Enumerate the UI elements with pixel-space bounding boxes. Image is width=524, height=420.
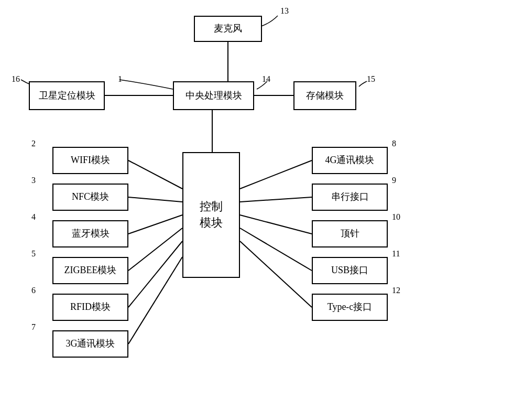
microphone-box: 麦克风 <box>194 16 262 42</box>
microphone-label: 麦克风 <box>214 22 242 35</box>
control-box: 控制 模块 <box>182 152 240 278</box>
number-11: 11 <box>392 249 400 259</box>
svg-line-11 <box>240 197 312 202</box>
number-15: 15 <box>367 74 375 84</box>
g3-box: 3G通讯模块 <box>52 330 128 358</box>
zigbee-box: ZIGBEE模块 <box>52 257 128 284</box>
number-10: 10 <box>392 212 400 222</box>
satellite-label: 卫星定位模块 <box>39 89 95 102</box>
ejector-box: 顶针 <box>312 220 388 247</box>
ejector-label: 顶针 <box>341 227 359 240</box>
serial-label: 串行接口 <box>331 190 369 203</box>
number-1: 1 <box>118 74 122 84</box>
svg-line-12 <box>240 215 312 234</box>
g4-label: 4G通讯模块 <box>325 154 375 167</box>
bluetooth-label: 蓝牙模块 <box>72 227 110 240</box>
nfc-box: NFC模块 <box>52 184 128 211</box>
svg-line-4 <box>128 160 182 189</box>
storage-label: 存储模块 <box>306 89 344 102</box>
svg-line-14 <box>240 241 312 307</box>
diagram: 麦克风 中央处理模块 存储模块 卫星定位模块 控制 模块 WIFI模块 NFC模… <box>0 0 524 420</box>
svg-line-8 <box>128 241 182 307</box>
zigbee-label: ZIGBEE模块 <box>64 264 117 277</box>
g3-label: 3G通讯模块 <box>66 337 115 350</box>
central-processing-box: 中央处理模块 <box>173 81 254 110</box>
number-8: 8 <box>392 139 396 148</box>
typec-box: Type-c接口 <box>312 294 388 321</box>
number-16: 16 <box>12 74 20 84</box>
number-9: 9 <box>392 176 396 185</box>
number-12: 12 <box>392 286 400 295</box>
rfid-box: RFID模块 <box>52 294 128 321</box>
number-2: 2 <box>31 139 36 148</box>
storage-box: 存储模块 <box>293 81 356 110</box>
svg-line-5 <box>128 197 182 202</box>
wifi-box: WIFI模块 <box>52 147 128 174</box>
g4-box: 4G通讯模块 <box>312 147 388 174</box>
number-13: 13 <box>280 6 289 16</box>
usb-label: USB接口 <box>331 264 368 277</box>
number-14: 14 <box>262 74 270 84</box>
usb-box: USB接口 <box>312 257 388 284</box>
control-label: 控制 模块 <box>200 199 223 231</box>
svg-line-6 <box>128 215 182 234</box>
svg-line-10 <box>240 160 312 189</box>
number-3: 3 <box>31 176 36 185</box>
typec-label: Type-c接口 <box>328 300 373 314</box>
rfid-label: RFID模块 <box>70 300 111 314</box>
satellite-box: 卫星定位模块 <box>29 81 105 110</box>
number-6: 6 <box>31 286 36 295</box>
bluetooth-box: 蓝牙模块 <box>52 220 128 247</box>
svg-line-13 <box>240 228 312 271</box>
svg-line-7 <box>128 228 182 271</box>
nfc-label: NFC模块 <box>72 190 109 203</box>
serial-box: 串行接口 <box>312 184 388 211</box>
number-4: 4 <box>31 212 36 222</box>
central-label: 中央处理模块 <box>185 89 242 102</box>
wifi-label: WIFI模块 <box>71 154 110 167</box>
number-7: 7 <box>31 322 36 332</box>
number-5: 5 <box>31 249 36 259</box>
svg-line-9 <box>128 257 182 344</box>
